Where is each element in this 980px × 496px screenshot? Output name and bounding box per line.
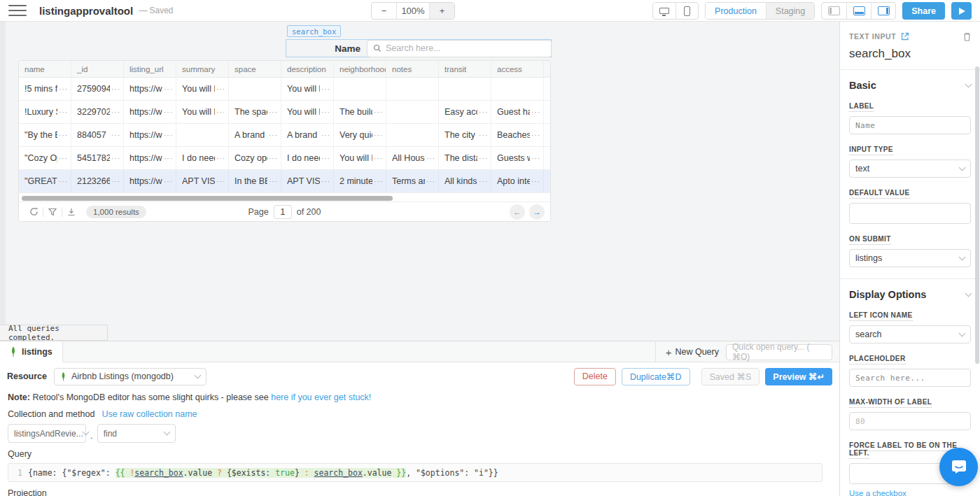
filter-icon[interactable] — [43, 206, 62, 218]
table-cell[interactable] — [439, 78, 491, 100]
column-header[interactable]: _id — [71, 61, 124, 77]
trash-icon[interactable] — [963, 32, 971, 41]
table-cell[interactable]: Terms and··· — [386, 170, 439, 192]
toggle-bottom-panel-button[interactable] — [846, 3, 871, 19]
table-cell[interactable]: 884057··· — [71, 124, 124, 146]
cell-expand-icon[interactable]: ··· — [111, 108, 120, 116]
cell-expand-icon[interactable]: ··· — [269, 155, 278, 162]
cell-expand-icon[interactable]: ··· — [479, 155, 488, 162]
table-cell[interactable]: "By the Ba··· — [19, 124, 71, 146]
cell-expand-icon[interactable]: ··· — [374, 178, 383, 185]
cell-expand-icon[interactable]: ··· — [59, 85, 68, 93]
cell-expand-icon[interactable]: ··· — [59, 132, 68, 139]
cell-expand-icon[interactable]: ··· — [111, 85, 120, 93]
table-cell[interactable] — [491, 78, 544, 100]
cell-expand-icon[interactable]: ··· — [531, 108, 540, 116]
table-cell[interactable]: The city b··· — [439, 124, 491, 146]
table-cell[interactable]: APT VISTA··· — [281, 170, 334, 192]
cell-expand-icon[interactable]: ··· — [59, 108, 68, 116]
table-cell[interactable]: https://w··· — [124, 101, 176, 123]
cell-expand-icon[interactable]: ··· — [164, 155, 173, 162]
staging-button[interactable]: Staging — [766, 3, 814, 19]
cell-expand-icon[interactable]: ··· — [164, 108, 173, 116]
zoom-in-button[interactable]: + — [429, 3, 454, 19]
table-cell[interactable] — [176, 124, 229, 146]
collection-select[interactable]: listingsAndRevie... — [8, 424, 86, 443]
cell-expand-icon[interactable]: ··· — [531, 155, 540, 162]
production-button[interactable]: Production — [706, 3, 766, 19]
cell-expand-icon[interactable]: ··· — [59, 155, 68, 162]
download-icon[interactable] — [62, 206, 80, 218]
table-cell[interactable]: You will be··· — [281, 78, 334, 100]
raw-collection-link[interactable]: Use raw collection name — [102, 409, 197, 419]
canvas[interactable]: search_box Name Search here... name_idli… — [0, 22, 839, 341]
input-type-select[interactable]: text — [849, 160, 971, 178]
cell-expand-icon[interactable]: ··· — [479, 178, 488, 185]
cell-expand-icon[interactable]: ··· — [374, 155, 383, 162]
table-cell[interactable]: !Luxury Stu··· — [19, 101, 71, 123]
toggle-left-panel-button[interactable] — [822, 3, 846, 19]
query-code-editor[interactable]: 1 {name: {"$regex": {{ !search_box.value… — [8, 463, 822, 482]
table-cell[interactable]: You will be··· — [176, 101, 229, 123]
table-cell[interactable]: Easy acces··· — [439, 101, 491, 123]
next-page-button[interactable]: → — [529, 204, 545, 220]
table-row[interactable]: !5 mins fro···27590942···https://w···You… — [19, 78, 550, 101]
label-field-input[interactable]: Name — [849, 116, 971, 134]
table-cell[interactable]: I do need t··· — [281, 147, 334, 169]
table-cell[interactable]: 5451782··· — [71, 147, 124, 169]
cell-expand-icon[interactable]: ··· — [321, 155, 330, 162]
table-cell[interactable]: The buildi··· — [334, 101, 386, 123]
cell-expand-icon[interactable]: ··· — [321, 132, 330, 139]
cell-expand-icon[interactable]: ··· — [321, 178, 330, 185]
column-header[interactable]: transit — [439, 61, 491, 77]
table-cell[interactable]: You will be··· — [334, 147, 386, 169]
toggle-right-panel-button[interactable] — [871, 3, 895, 19]
hamburger-menu-icon[interactable] — [8, 5, 27, 16]
external-link-icon[interactable] — [901, 32, 909, 41]
cell-expand-icon[interactable]: ··· — [269, 132, 278, 139]
table-cell[interactable]: "GREAT L··· — [19, 170, 71, 192]
component-name-badge[interactable]: search_box — [287, 25, 341, 37]
cell-expand-icon[interactable]: ··· — [321, 85, 330, 93]
column-header[interactable]: neighborhood... — [334, 61, 386, 77]
table-cell[interactable]: Guests wil··· — [491, 147, 544, 169]
delete-query-button[interactable]: Delete — [574, 368, 616, 385]
cell-expand-icon[interactable]: ··· — [479, 108, 488, 116]
table-row[interactable]: "Cozy Ope···5451782···https://w···I do n… — [19, 147, 550, 170]
table-row[interactable]: "GREAT L···2123266···https://w···APT VIS… — [19, 170, 550, 193]
refresh-icon[interactable] — [24, 206, 43, 218]
column-header[interactable]: description — [281, 61, 334, 77]
query-tab-listings[interactable]: listings — [0, 341, 63, 362]
page-number-input[interactable]: 1 — [274, 205, 292, 219]
table-horizontal-scrollbar[interactable] — [22, 196, 393, 201]
cell-expand-icon[interactable]: ··· — [321, 108, 330, 116]
resource-select[interactable]: Airbnb Listings (mongodb) — [54, 368, 206, 385]
column-header[interactable]: space — [229, 61, 281, 77]
new-query-button[interactable]: +New Query — [666, 346, 719, 358]
table-cell[interactable]: 2123266··· — [71, 170, 124, 192]
table-cell[interactable]: Cozy oper··· — [229, 147, 281, 169]
section-display-options[interactable]: Display Options — [849, 289, 971, 300]
placeholder-input[interactable]: Search here... — [849, 369, 971, 387]
table-row[interactable]: "By the Ba···884057···https://w···A bran… — [19, 124, 550, 147]
table-cell[interactable]: Guest has··· — [491, 101, 544, 123]
table-cell[interactable] — [386, 124, 439, 146]
search-input[interactable]: Search here... — [367, 40, 552, 57]
table-cell[interactable]: Very quiet··· — [334, 124, 386, 146]
method-select[interactable]: find — [97, 424, 176, 443]
zoom-out-button[interactable]: − — [372, 3, 397, 19]
saved-button[interactable]: Saved ⌘S — [701, 368, 760, 385]
column-header[interactable]: access — [491, 61, 544, 77]
cell-expand-icon[interactable]: ··· — [374, 108, 383, 116]
left-icon-select[interactable]: search — [849, 325, 971, 343]
table-cell[interactable]: Apto inter··· — [491, 170, 544, 192]
cell-expand-icon[interactable]: ··· — [426, 155, 435, 162]
table-cell[interactable]: Beaches, p··· — [491, 124, 544, 146]
cell-expand-icon[interactable]: ··· — [164, 178, 173, 185]
table-cell[interactable] — [386, 101, 439, 123]
cell-expand-icon[interactable]: ··· — [216, 155, 225, 162]
column-header[interactable]: name — [19, 61, 71, 77]
previous-page-button[interactable]: ← — [510, 204, 525, 220]
table-cell[interactable]: A brand ne··· — [229, 124, 281, 146]
column-header[interactable]: listing_url — [124, 61, 176, 77]
